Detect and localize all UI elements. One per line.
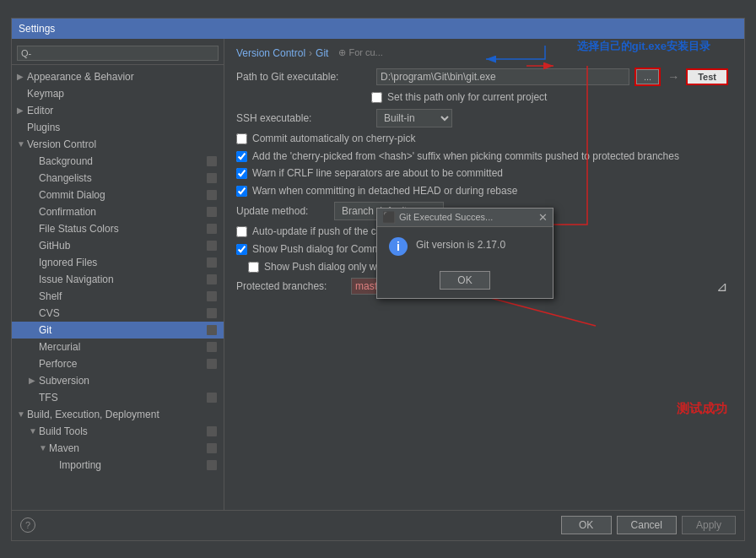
update-method-label: Update method:	[236, 205, 329, 217]
sidebar-item-maven[interactable]: ▼Maven	[12, 440, 224, 457]
sidebar-icon-git	[207, 325, 217, 335]
sidebar-item-build-execution[interactable]: ▼Build, Execution, Deployment	[12, 406, 224, 423]
sidebar-toggle-editor[interactable]: ▶	[17, 106, 25, 115]
help-button[interactable]: ?	[20, 517, 35, 533]
cherry-pick-row: Commit automatically on cherry-pick	[236, 133, 732, 146]
sidebar-toggle-subversion[interactable]: ▶	[29, 376, 37, 385]
ok-button[interactable]: OK	[561, 516, 612, 534]
sidebar-label-editor: Editor	[27, 105, 217, 116]
auto-update-checkbox[interactable]	[236, 226, 247, 237]
cherry-pick-checkbox[interactable]	[236, 133, 247, 144]
path-label: Path to Git executable:	[236, 71, 371, 83]
sidebar-icon-perforce	[207, 359, 217, 369]
sidebar-label-file-status-colors: File Status Colors	[39, 223, 205, 235]
sidebar-item-cvs[interactable]: CVS	[12, 305, 224, 322]
sidebar-icon-mercurial	[207, 342, 217, 352]
popup-ok-button[interactable]: OK	[440, 271, 490, 290]
sidebar-label-commit-dialog: Commit Dialog	[39, 189, 205, 201]
browse-button[interactable]: ...	[636, 69, 659, 84]
sidebar-icon-build-tools	[207, 426, 217, 436]
sidebar-label-appearance: Appearance & Behavior	[27, 71, 217, 83]
sidebar-item-issue-navigation[interactable]: Issue Navigation	[12, 271, 224, 288]
sidebar-item-changelists[interactable]: Changelists	[12, 170, 224, 187]
sidebar-label-version-control: Version Control	[27, 138, 217, 150]
sidebar-icon-maven	[207, 443, 217, 453]
expand-icon[interactable]: ⊿	[716, 279, 727, 295]
sidebar-toggle-build-tools[interactable]: ▼	[29, 426, 37, 436]
popup-close-button[interactable]: ✕	[538, 212, 548, 223]
sidebar-icon-github	[207, 241, 217, 251]
sidebar-label-importing: Importing	[59, 459, 205, 471]
dialog-body: ▶Appearance & BehaviorKeymap▶EditorPlugi…	[12, 39, 744, 510]
add-suffix-checkbox[interactable]	[236, 151, 247, 162]
path-input[interactable]	[376, 68, 629, 85]
sidebar-item-confirmation[interactable]: Confirmation	[12, 203, 224, 220]
sidebar-item-keymap[interactable]: Keymap	[12, 85, 224, 102]
sidebar-label-subversion: Subversion	[39, 375, 217, 387]
sidebar-item-importing[interactable]: Importing	[12, 457, 224, 474]
breadcrumb-vc: Version Control	[236, 47, 305, 59]
sidebar-label-tfs: TFS	[39, 392, 205, 404]
sidebar-item-subversion[interactable]: ▶Subversion	[12, 372, 224, 389]
sidebar-item-file-status-colors[interactable]: File Status Colors	[12, 220, 224, 237]
sidebar-item-build-tools[interactable]: ▼Build Tools	[12, 423, 224, 440]
sidebar-label-build-tools: Build Tools	[39, 425, 205, 437]
warn-detached-checkbox[interactable]	[236, 186, 247, 197]
sidebar-icon-importing	[207, 460, 217, 470]
apply-button[interactable]: Apply	[682, 516, 736, 534]
annotation-select-dir: 选择自己的git.exe安装目录	[577, 39, 710, 54]
dialog-footer: ? OK Cancel Apply	[12, 510, 744, 540]
sidebar-search-input[interactable]	[17, 46, 219, 61]
sidebar-item-ignored-files[interactable]: Ignored Files	[12, 254, 224, 271]
warn-detached-row: Warn when committing in detached HEAD or…	[236, 185, 732, 198]
breadcrumb-sep: ›	[309, 47, 312, 59]
sidebar-toggle-build-execution[interactable]: ▼	[17, 409, 25, 419]
test-button[interactable]: Test	[688, 70, 726, 84]
sidebar-label-plugins: Plugins	[27, 122, 217, 133]
sidebar-label-mercurial: Mercurial	[39, 341, 205, 353]
sidebar-item-plugins[interactable]: Plugins	[12, 119, 224, 136]
sidebar-item-shelf[interactable]: Shelf	[12, 288, 224, 305]
sidebar-item-version-control[interactable]: ▼Version Control	[12, 136, 224, 153]
warn-crlf-row: Warn if CRLF line separators are about t…	[236, 167, 732, 181]
sidebar-item-editor[interactable]: ▶Editor	[12, 102, 224, 119]
set-path-label: Set this path only for current project	[387, 91, 547, 105]
dots-btn-wrapper: ...	[634, 68, 661, 86]
sidebar-toggle-maven[interactable]: ▼	[39, 443, 47, 452]
popup-icon: ⬛	[382, 211, 396, 224]
sidebar-label-maven: Maven	[49, 442, 205, 454]
sidebar-label-issue-navigation: Issue Navigation	[39, 274, 205, 285]
add-suffix-label: Add the 'cherry-picked from <hash>' suff…	[252, 150, 679, 164]
sidebar-item-background[interactable]: Background	[12, 153, 224, 170]
sidebar-item-perforce[interactable]: Perforce	[12, 355, 224, 372]
sidebar-item-commit-dialog[interactable]: Commit Dialog	[12, 187, 224, 203]
sidebar-label-background: Background	[39, 155, 205, 167]
path-row: Path to Git executable: ... → Test	[236, 68, 732, 86]
sidebar-item-appearance[interactable]: ▶Appearance & Behavior	[12, 68, 224, 85]
sidebar-toggle-appearance[interactable]: ▶	[17, 72, 25, 81]
popup-message: Git version is 2.17.0	[416, 237, 505, 252]
sidebar-item-github[interactable]: GitHub	[12, 237, 224, 254]
sidebar-toggle-version-control[interactable]: ▼	[17, 139, 25, 149]
sidebar-label-changelists: Changelists	[39, 172, 205, 184]
sidebar-icon-tfs	[207, 393, 217, 403]
arrow-sep: →	[666, 70, 681, 84]
ssh-select[interactable]: Built-in Native	[376, 109, 452, 127]
sidebar-label-shelf: Shelf	[39, 290, 205, 302]
ssh-row: SSH executable: Built-in Native	[236, 109, 732, 127]
ssh-label: SSH executable:	[236, 112, 371, 124]
set-path-checkbox[interactable]	[371, 92, 382, 103]
sidebar-icon-confirmation	[207, 207, 217, 217]
warn-crlf-checkbox[interactable]	[236, 168, 247, 179]
sidebar-item-git[interactable]: Git	[12, 322, 224, 339]
sidebar-icon-ignored-files	[207, 257, 217, 268]
show-push-only-checkbox[interactable]	[248, 262, 259, 273]
sidebar-item-mercurial[interactable]: Mercurial	[12, 339, 224, 355]
cancel-button[interactable]: Cancel	[617, 516, 677, 534]
sidebar-search-container	[12, 42, 224, 65]
protected-label: Protected branches:	[236, 280, 346, 292]
sidebar-item-tfs[interactable]: TFS	[12, 389, 224, 406]
cherry-pick-label: Commit automatically on cherry-pick	[252, 133, 415, 146]
sidebar-icon-background	[207, 156, 217, 166]
show-push-checkbox[interactable]	[236, 244, 247, 255]
